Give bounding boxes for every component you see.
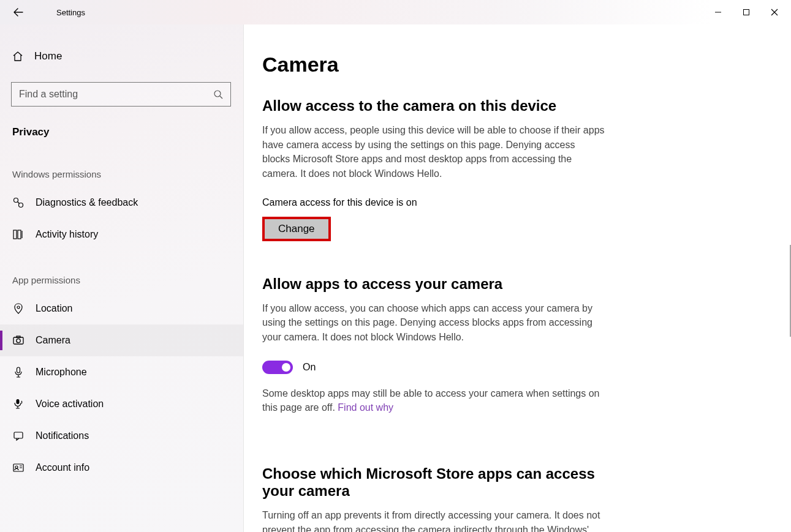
svg-rect-9 <box>17 336 20 338</box>
sidebar-item-label: Diagnostics & feedback <box>36 197 138 208</box>
find-out-why-link[interactable]: Find out why <box>338 402 393 413</box>
sidebar-item-diagnostics[interactable]: Diagnostics & feedback <box>0 187 243 219</box>
svg-rect-0 <box>744 10 749 15</box>
sidebar: Home Privacy Windows permissions Diagnos… <box>0 24 244 532</box>
account-icon <box>12 462 25 474</box>
section-allow-device-heading: Allow access to the camera on this devic… <box>262 97 766 114</box>
minimize-icon <box>714 9 722 16</box>
desktop-apps-note: Some desktop apps may still be able to a… <box>262 386 605 415</box>
sidebar-item-camera[interactable]: Camera <box>0 324 243 356</box>
window-controls <box>704 2 789 22</box>
notifications-icon <box>12 430 25 442</box>
back-button[interactable] <box>7 1 29 23</box>
sidebar-item-activity[interactable]: Activity history <box>0 219 243 250</box>
apps-access-toggle[interactable] <box>262 361 293 374</box>
maximize-button[interactable] <box>732 2 760 22</box>
sidebar-item-account[interactable]: Account info <box>0 452 243 484</box>
minimize-button[interactable] <box>704 2 732 22</box>
microphone-icon <box>12 366 25 378</box>
search-box[interactable] <box>11 82 231 107</box>
group-windows-permissions: Windows permissions <box>0 144 243 187</box>
svg-point-14 <box>15 466 18 468</box>
sidebar-item-label: Notifications <box>36 430 89 441</box>
section-choose-apps-heading: Choose which Microsoft Store apps can ac… <box>262 465 605 500</box>
voice-icon <box>12 398 25 410</box>
home-nav[interactable]: Home <box>0 44 243 69</box>
sidebar-item-notifications[interactable]: Notifications <box>0 420 243 452</box>
sidebar-item-microphone[interactable]: Microphone <box>0 356 243 388</box>
sidebar-item-voice[interactable]: Voice activation <box>0 388 243 420</box>
camera-access-status: Camera access for this device is on <box>262 197 766 208</box>
svg-point-1 <box>214 91 221 97</box>
apps-access-toggle-label: On <box>303 362 316 373</box>
sidebar-item-label: Location <box>36 303 73 314</box>
svg-rect-4 <box>13 230 17 239</box>
titlebar: Settings <box>0 0 791 24</box>
camera-icon <box>12 334 25 347</box>
sidebar-item-label: Voice activation <box>36 399 104 410</box>
svg-rect-11 <box>17 399 20 404</box>
sidebar-item-label: Camera <box>36 335 70 346</box>
group-app-permissions: App permissions <box>0 250 243 293</box>
sidebar-item-label: Microphone <box>36 367 87 378</box>
svg-point-3 <box>19 203 23 208</box>
svg-rect-5 <box>18 230 21 239</box>
page-title: Camera <box>262 53 766 77</box>
svg-point-2 <box>14 198 18 203</box>
home-icon <box>12 51 23 62</box>
home-label: Home <box>34 50 62 62</box>
toggle-knob <box>282 363 290 372</box>
svg-rect-10 <box>17 367 20 373</box>
arrow-left-icon <box>13 7 23 17</box>
close-button[interactable] <box>760 2 789 22</box>
svg-point-6 <box>17 306 20 309</box>
section-allow-apps-heading: Allow apps to access your camera <box>262 275 766 293</box>
close-icon <box>771 9 778 16</box>
content-area: Camera Allow access to the camera on thi… <box>244 24 791 532</box>
window-title: Settings <box>56 8 85 17</box>
search-input[interactable] <box>19 89 213 100</box>
sidebar-item-label: Account info <box>36 462 89 473</box>
section-choose-apps-body: Turning off an app prevents it from dire… <box>262 508 605 532</box>
category-label: Privacy <box>0 113 243 144</box>
maximize-icon <box>743 9 750 16</box>
activity-icon <box>12 228 25 241</box>
location-icon <box>12 302 25 315</box>
sidebar-item-label: Activity history <box>36 229 98 240</box>
sidebar-item-location[interactable]: Location <box>0 293 243 324</box>
section-allow-device-body: If you allow access, people using this d… <box>262 123 605 181</box>
svg-point-8 <box>17 339 20 342</box>
change-button[interactable]: Change <box>262 217 331 241</box>
svg-rect-12 <box>14 432 23 438</box>
diagnostics-icon <box>12 197 25 209</box>
search-icon <box>213 89 223 99</box>
section-allow-apps-body: If you allow access, you can choose whic… <box>262 301 605 345</box>
desktop-apps-note-text: Some desktop apps may still be able to a… <box>262 388 600 413</box>
